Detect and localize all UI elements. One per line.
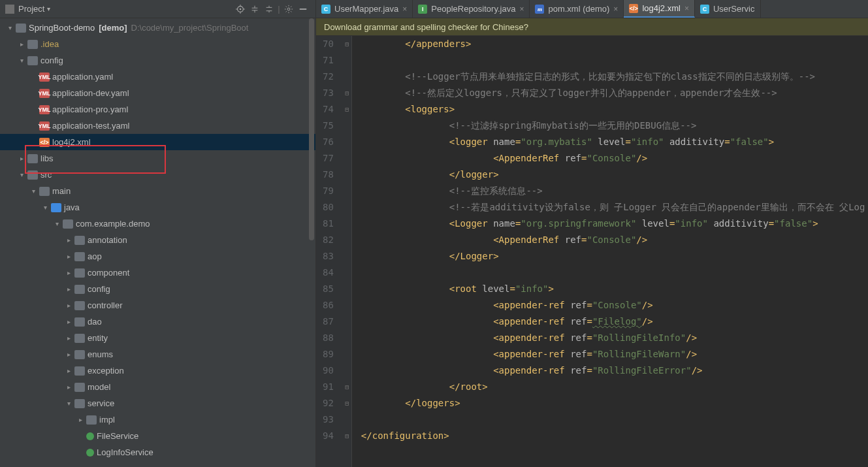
code-line[interactable]: <!--然后定义loggers，只有定义了logger并引入的appender，… (361, 85, 868, 101)
chevron-right-icon[interactable] (64, 302, 73, 309)
chevron-down-icon[interactable] (17, 57, 26, 64)
fold-marker[interactable]: ⊟ (343, 36, 351, 52)
code-line[interactable]: </root> (361, 379, 868, 395)
tree-row-controller[interactable]: controller (0, 297, 315, 314)
chevron-right-icon[interactable] (64, 351, 73, 358)
tree-row-aop[interactable]: aop (0, 248, 315, 265)
code-editor[interactable]: 7071727374757677787980818283848586878889… (316, 36, 868, 467)
fold-marker[interactable]: ⊟ (343, 395, 351, 411)
target-icon[interactable] (233, 2, 248, 16)
code-line[interactable] (361, 411, 868, 428)
tree-row-config[interactable]: config (0, 281, 315, 297)
tree-row-annotation[interactable]: annotation (0, 232, 315, 248)
editor-tab-peoplerepository-java[interactable]: IPeopleRepository.java× (413, 0, 530, 18)
tree-row-src[interactable]: src (0, 167, 315, 183)
code-line[interactable]: <appender-ref ref="RollingFileError"/> (361, 362, 868, 379)
tree-row--idea[interactable]: .idea (0, 36, 315, 52)
fold-column[interactable]: ⊟⊟⊟⊟⊟⊟ (343, 36, 352, 467)
close-icon[interactable]: × (684, 4, 689, 13)
tree-scrollbar[interactable] (309, 18, 314, 467)
code-line[interactable]: <Logger name="org.springframework" level… (361, 216, 868, 232)
code-line[interactable]: <logger name="org.mybatis" level="info" … (361, 134, 868, 150)
tree-row-main[interactable]: main (0, 183, 315, 199)
code-line[interactable] (361, 52, 868, 69)
code-line[interactable]: </loggers> (361, 395, 868, 411)
chevron-down-icon[interactable] (40, 204, 50, 211)
tree-row-exception[interactable]: exception (0, 362, 315, 379)
code-line[interactable]: <appender-ref ref="Filelog"/> (361, 314, 868, 330)
chevron-right-icon[interactable] (17, 155, 26, 162)
gear-icon[interactable] (281, 2, 296, 16)
chevron-right-icon[interactable] (64, 285, 73, 293)
chevron-right-icon[interactable] (64, 318, 73, 325)
tree-row-entity[interactable]: entity (0, 330, 315, 346)
chevron-down-icon[interactable] (29, 187, 38, 195)
chevron-down-icon[interactable]: ▾ (47, 5, 50, 12)
code-line[interactable]: <AppenderRef ref="Console"/> (361, 150, 868, 167)
code-line[interactable]: </configuration> (361, 428, 868, 444)
tree-row-dao[interactable]: dao (0, 314, 315, 330)
close-icon[interactable]: × (613, 5, 618, 14)
tree-row-component[interactable]: component (0, 265, 315, 281)
tree-row-application-yaml[interactable]: YMLapplication.yaml (0, 69, 315, 85)
code-line[interactable]: <!--Logger节点用来单独指定日志的形式，比如要为指定包下的class指定… (361, 69, 868, 85)
editor-tab-usermapper-java[interactable]: CUserMapper.java× (316, 0, 413, 18)
code-line[interactable]: </logger> (361, 167, 868, 183)
chevron-right-icon[interactable] (64, 367, 73, 374)
chevron-right-icon[interactable] (64, 253, 73, 260)
tree-row-service[interactable]: service (0, 395, 315, 411)
project-tree[interactable]: SpringBoot-demo[demo]D:\code\my_project\… (0, 18, 315, 467)
editor-tab-userservic[interactable]: CUserServic (695, 0, 761, 18)
scrollbar-thumb[interactable] (309, 18, 314, 240)
tree-row-fileservice[interactable]: FileService (0, 428, 315, 444)
code-line[interactable]: <!--过滤掉spring和mybatis的一些无用的DEBUG信息--> (361, 118, 868, 134)
fold-marker[interactable]: ⊟ (343, 428, 351, 444)
chevron-right-icon[interactable] (64, 269, 73, 276)
tree-row-java[interactable]: java (0, 199, 315, 216)
chevron-down-icon[interactable] (17, 171, 26, 178)
collapse-all-icon[interactable] (248, 2, 262, 16)
code-line[interactable]: <root level="info"> (361, 281, 868, 297)
close-icon[interactable]: × (519, 5, 524, 14)
tree-row-log4j2-xml[interactable]: </>log4j2.xml (0, 134, 315, 150)
tree-row-enums[interactable]: enums (0, 346, 315, 362)
tree-row-config[interactable]: config (0, 52, 315, 69)
tree-row-libs[interactable]: libs (0, 150, 315, 167)
editor-tab-pom-xml-demo-[interactable]: mpom.xml (demo)× (530, 0, 624, 18)
code-line[interactable]: </Logger> (361, 248, 868, 265)
code-line[interactable]: <loggers> (361, 101, 868, 118)
code-line[interactable]: <!--若是additivity设为false，则 子Logger 只会在自己的… (361, 199, 868, 216)
close-icon[interactable]: × (402, 5, 407, 14)
code-line[interactable]: <appender-ref ref="RollingFileInfo"/> (361, 330, 868, 346)
editor-tab-log4j2-xml[interactable]: </>log4j2.xml× (624, 0, 695, 18)
grammar-banner[interactable]: Download grammar and spelling checker fo… (316, 18, 868, 36)
code-line[interactable]: <appender-ref ref="RollingFileWarn"/> (361, 346, 868, 362)
chevron-right-icon[interactable] (17, 40, 26, 48)
tree-row-application-test-yaml[interactable]: YMLapplication-test.yaml (0, 118, 315, 134)
tree-row-application-pro-yaml[interactable]: YMLapplication-pro.yaml (0, 101, 315, 118)
chevron-right-icon[interactable] (64, 383, 73, 391)
chevron-right-icon[interactable] (64, 236, 73, 244)
fold-marker[interactable]: ⊟ (343, 101, 351, 118)
chevron-down-icon[interactable] (52, 220, 61, 227)
hide-icon[interactable] (296, 2, 310, 16)
code-content[interactable]: </appenders> <!--Logger节点用来单独指定日志的形式，比如要… (352, 36, 868, 467)
tree-row-com-example-demo[interactable]: com.example.demo (0, 216, 315, 232)
fold-marker[interactable]: ⊟ (343, 85, 351, 101)
chevron-down-icon[interactable] (5, 24, 14, 31)
chevron-right-icon[interactable] (76, 416, 85, 423)
tree-row-model[interactable]: model (0, 379, 315, 395)
tree-row-loginfoservice[interactable]: LogInfoService (0, 444, 315, 460)
expand-all-icon[interactable] (262, 2, 276, 16)
tree-row-application-dev-yaml[interactable]: YMLapplication-dev.yaml (0, 85, 315, 101)
chevron-down-icon[interactable] (64, 400, 73, 407)
fold-marker[interactable]: ⊟ (343, 379, 351, 395)
tree-row-springboot-demo[interactable]: SpringBoot-demo[demo]D:\code\my_project\… (0, 20, 315, 36)
tree-row-impl[interactable]: impl (0, 411, 315, 428)
code-line[interactable]: <appender-ref ref="Console"/> (361, 297, 868, 314)
code-line[interactable] (361, 265, 868, 281)
code-line[interactable]: <AppenderRef ref="Console"/> (361, 232, 868, 248)
chevron-right-icon[interactable] (64, 334, 73, 342)
code-line[interactable]: </appenders> (361, 36, 868, 52)
code-line[interactable]: <!--监控系统信息--> (361, 183, 868, 199)
